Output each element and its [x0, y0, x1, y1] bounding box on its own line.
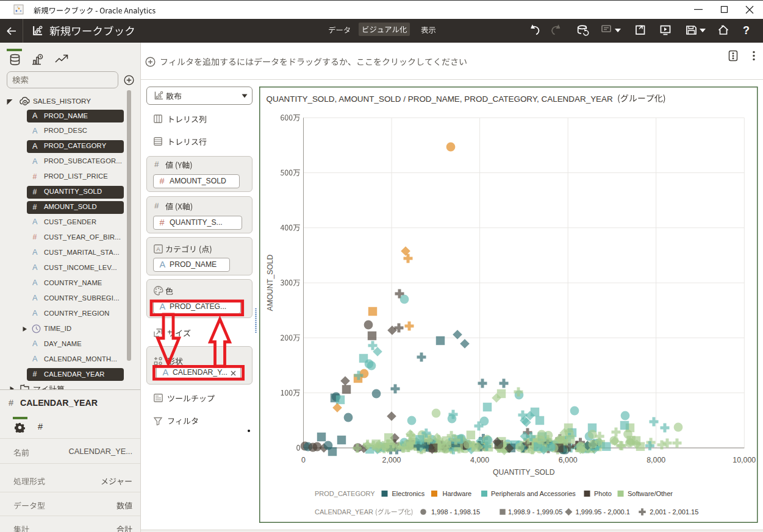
- svg-text:PROD_CATEGORY: PROD_CATEGORY: [315, 490, 375, 497]
- svg-text:Photo: Photo: [594, 490, 612, 497]
- svg-text:?: ?: [743, 24, 750, 37]
- svg-text:1,998 - 1,998.15: 1,998 - 1,998.15: [431, 508, 480, 516]
- svg-text:0: 0: [301, 456, 306, 464]
- svg-text:Hardware: Hardware: [443, 490, 472, 497]
- svg-text:8,000: 8,000: [647, 456, 665, 464]
- svg-text:Software/Other: Software/Other: [628, 490, 673, 497]
- svg-text:CALENDAR_YEAR: CALENDAR_YEAR: [315, 508, 373, 516]
- svg-text:A: A: [156, 246, 160, 252]
- svg-text:10,000: 10,000: [733, 456, 756, 464]
- svg-text:2,000: 2,000: [382, 456, 401, 464]
- svg-text:1,998.9 - 1,999.05: 1,998.9 - 1,999.05: [508, 508, 562, 516]
- svg-text:Electronics: Electronics: [392, 490, 425, 497]
- svg-text:2,001 - 2,001.15: 2,001 - 2,001.15: [650, 508, 698, 516]
- svg-text:AMOUNT_SOLD: AMOUNT_SOLD: [266, 254, 274, 311]
- svg-text:1,999.95 - 2,000.1: 1,999.95 - 2,000.1: [576, 508, 630, 516]
- svg-text:Peripherals and Accessories: Peripherals and Accessories: [491, 490, 576, 497]
- svg-text:6,000: 6,000: [559, 456, 578, 464]
- svg-text:QUANTITY_SOLD: QUANTITY_SOLD: [493, 468, 555, 477]
- svg-text:QUANTITY_SOLD, AMOUNT_SOLD / P: QUANTITY_SOLD, AMOUNT_SOLD / PROD_NAME, …: [267, 94, 614, 104]
- svg-text:4,000: 4,000: [470, 456, 489, 464]
